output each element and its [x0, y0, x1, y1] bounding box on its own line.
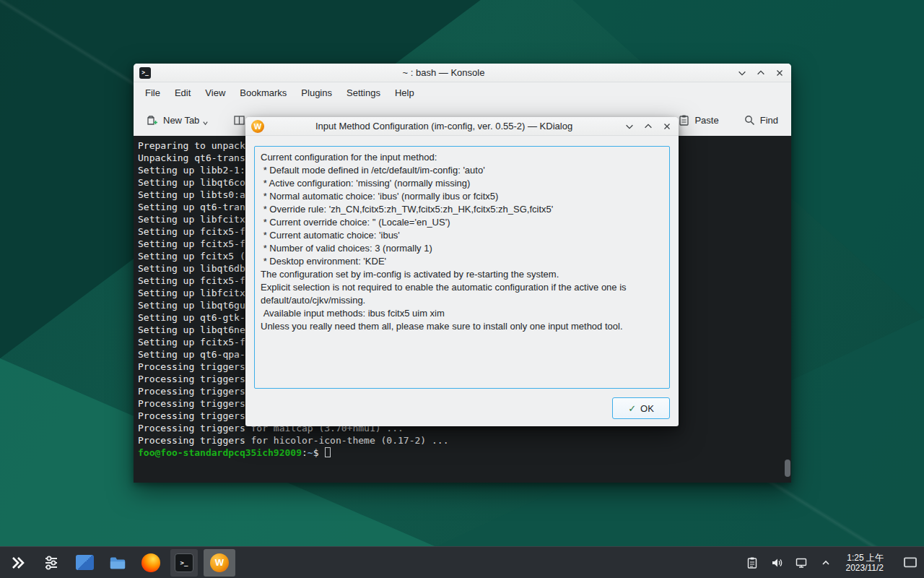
dialog-message-line: Current configuration for the input meth…	[261, 151, 663, 164]
konsole-icon: >_	[139, 67, 151, 79]
clipboard-icon	[746, 556, 759, 569]
firefox-button[interactable]	[137, 549, 165, 577]
task-konsole[interactable]: >_	[170, 549, 198, 577]
konsole-icon-glyph: >_	[180, 559, 188, 566]
menu-help[interactable]: Help	[388, 82, 422, 104]
sliders-icon	[43, 554, 60, 571]
minimize-button[interactable]	[624, 121, 635, 132]
menu-bookmarks[interactable]: Bookmarks	[232, 82, 294, 104]
system-tray	[742, 549, 836, 577]
split-view-icon	[233, 114, 245, 126]
dialog-message-line: The configuration set by im-config is ac…	[261, 268, 663, 281]
dialog-message-line: * Desktop environment: 'KDE'	[261, 255, 663, 268]
im-config-icon-letter: W	[254, 122, 261, 131]
dialog-message-line: * Current automatic choice: 'ibus'	[261, 229, 663, 242]
menu-settings[interactable]: Settings	[339, 82, 388, 104]
terminal-prompt-line: foo@foo-standardpcq35ich92009:~$	[138, 447, 791, 459]
find-label: Find	[760, 115, 778, 126]
minimize-button[interactable]	[736, 67, 748, 79]
search-icon	[744, 114, 756, 126]
new-tab-label: New Tab	[163, 115, 199, 126]
display-icon	[795, 556, 808, 569]
scrollbar-thumb[interactable]	[785, 460, 790, 477]
clipboard-tray-button[interactable]	[742, 549, 762, 577]
close-icon	[775, 68, 785, 78]
dialog-message-line: * Number of valid choices: 3 (normally 1…	[261, 242, 663, 255]
dialog-message-line: Unless you really need them all, please …	[261, 320, 663, 333]
menu-file[interactable]: File	[138, 82, 167, 104]
close-button[interactable]	[774, 67, 785, 79]
taskbar: >_ W 1:25 上午 2023/11/2	[0, 546, 924, 578]
kdialog-titlebar[interactable]: W Input Method Configuration (im-config,…	[245, 117, 679, 136]
app-launcher-button[interactable]	[4, 549, 32, 577]
find-button[interactable]: Find	[739, 111, 783, 129]
maximize-button[interactable]	[755, 67, 767, 79]
file-manager-button[interactable]	[104, 549, 131, 577]
im-config-icon: W	[251, 120, 264, 133]
dialog-message-line: * Current override choice: '' (Locale='e…	[261, 216, 663, 229]
dialog-message: Current configuration for the input meth…	[254, 146, 670, 389]
maximize-button[interactable]	[642, 121, 654, 132]
dialog-message-line: * Active configuration: 'missing' (norma…	[261, 177, 663, 190]
app-launcher-icon	[9, 554, 27, 571]
paste-button[interactable]: Paste	[674, 111, 723, 129]
sliders-button[interactable]	[38, 549, 65, 577]
dialog-message-line: Explicit selection is not required to en…	[261, 281, 663, 307]
clock-time: 1:25 上午	[846, 553, 884, 563]
close-icon	[662, 121, 672, 131]
clock[interactable]: 1:25 上午 2023/11/2	[846, 553, 884, 573]
show-desktop-icon	[902, 554, 919, 571]
kdialog-window: W Input Method Configuration (im-config,…	[245, 117, 679, 426]
terminal-line: Processing triggers for hicolor-icon-the…	[138, 434, 791, 447]
dialog-message-line: * Default mode defined in /etc/default/i…	[261, 164, 663, 177]
prompt-path: ~	[308, 447, 313, 458]
prompt-dollar: $	[313, 447, 319, 458]
volume-icon	[770, 556, 783, 569]
show-desktop-button[interactable]	[901, 549, 920, 577]
kdialog-window-controls	[624, 121, 673, 132]
display-tray-button[interactable]	[791, 549, 811, 577]
chevron-down-icon	[202, 120, 209, 126]
firefox-icon	[141, 553, 160, 572]
dialog-message-line: Available input methods: ibus fcitx5 uim…	[261, 307, 663, 320]
pager-widget[interactable]	[71, 549, 98, 577]
terminal-cursor	[325, 447, 331, 457]
menu-edit[interactable]: Edit	[167, 82, 198, 104]
volume-tray-button[interactable]	[767, 549, 787, 577]
im-config-icon: W	[210, 553, 229, 572]
pager-icon	[76, 555, 94, 570]
folder-icon	[109, 554, 126, 571]
dialog-message-line: * Override rule: 'zh_CN,fcitx5:zh_TW,fci…	[261, 203, 663, 216]
chevron-up-icon	[643, 121, 653, 131]
konsole-menubar: File Edit View Bookmarks Plugins Setting…	[134, 82, 791, 104]
paste-label: Paste	[694, 115, 718, 126]
konsole-window-controls	[736, 67, 785, 79]
menu-plugins[interactable]: Plugins	[294, 82, 339, 104]
close-button[interactable]	[661, 121, 673, 132]
task-kdialog[interactable]: W	[204, 549, 235, 577]
kdialog-window-title: Input Method Configuration (im-config, v…	[269, 121, 619, 131]
konsole-icon: >_	[175, 553, 193, 572]
new-tab-icon	[147, 114, 159, 126]
chevron-up-icon	[819, 556, 832, 569]
chevron-down-icon	[624, 121, 635, 131]
check-icon: ✓	[628, 403, 636, 414]
konsole-titlebar[interactable]: >_ ~ : bash — Konsole	[134, 64, 791, 82]
clock-date: 2023/11/2	[846, 563, 884, 573]
new-tab-button[interactable]: New Tab	[142, 111, 213, 129]
dialog-message-line: * Normal automatic choice: 'ibus' (norma…	[261, 190, 663, 203]
expand-tray-button[interactable]	[816, 549, 836, 577]
konsole-window-title: ~ : bash — Konsole	[155, 67, 732, 78]
paste-icon	[678, 114, 690, 126]
terminal-scrollbar[interactable]	[784, 136, 790, 483]
konsole-icon-glyph: >_	[141, 69, 149, 76]
menu-view[interactable]: View	[198, 82, 232, 104]
chevron-up-icon	[756, 68, 766, 78]
ok-button[interactable]: ✓ OK	[612, 397, 670, 419]
im-config-icon-letter: W	[215, 557, 224, 568]
ok-label: OK	[640, 403, 654, 414]
prompt-colon: :	[302, 447, 308, 458]
prompt-user-host: foo@foo-standardpcq35ich92009	[138, 447, 302, 458]
chevron-down-icon	[737, 68, 747, 78]
